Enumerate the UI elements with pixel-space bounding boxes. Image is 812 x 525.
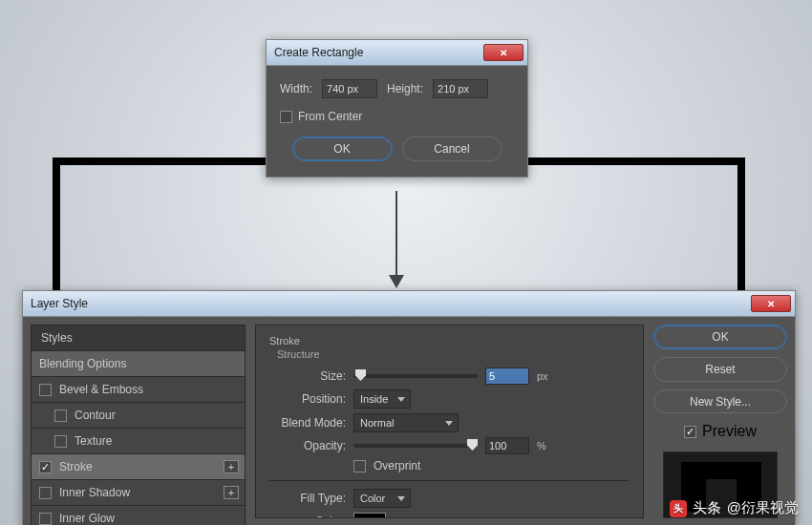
checkbox[interactable] <box>39 461 52 473</box>
from-center-label: From Center <box>298 110 362 123</box>
ok-button[interactable]: OK <box>653 325 787 349</box>
checkbox[interactable] <box>39 384 52 396</box>
style-item-inner-shadow[interactable]: Inner Shadow+ <box>31 480 246 506</box>
close-icon[interactable]: ✕ <box>751 295 791 312</box>
size-unit: px <box>537 370 548 382</box>
overprint-label: Overprint <box>374 459 420 472</box>
width-label: Width: <box>280 82 312 95</box>
titlebar[interactable]: Layer Style ✕ <box>23 291 795 317</box>
reset-button[interactable]: Reset <box>653 357 787 382</box>
style-item-texture[interactable]: Texture <box>31 429 246 454</box>
opacity-input[interactable] <box>485 437 529 454</box>
opacity-unit: % <box>537 440 546 452</box>
styles-header: Styles <box>31 325 246 351</box>
styles-list: Styles Blending Options Bevel & Emboss C… <box>31 325 246 518</box>
from-center-checkbox[interactable] <box>280 111 292 123</box>
watermark-handle: @衍果视觉 <box>727 499 799 517</box>
style-item-blending[interactable]: Blending Options <box>31 351 246 377</box>
watermark: 头 头条 @衍果视觉 <box>670 499 799 517</box>
new-style-button[interactable]: New Style... <box>653 389 787 414</box>
cancel-button[interactable]: Cancel <box>402 136 502 161</box>
titlebar[interactable]: Create Rectangle ✕ <box>267 40 527 66</box>
color-swatch[interactable] <box>353 513 386 518</box>
watermark-logo-icon: 头 <box>670 500 687 517</box>
position-select[interactable]: Inside <box>353 389 411 409</box>
color-label: Color: <box>269 514 346 518</box>
add-icon[interactable]: + <box>224 460 239 473</box>
overprint-checkbox[interactable] <box>353 460 366 472</box>
preview-label: Preview <box>702 423 757 440</box>
stroke-settings-panel: Stroke Structure Size: px Position: Insi… <box>255 325 644 518</box>
dialog-title: Create Rectangle <box>274 46 363 59</box>
create-rectangle-dialog: Create Rectangle ✕ Width: Height: From C… <box>266 39 528 178</box>
style-item-contour[interactable]: Contour <box>31 403 246 429</box>
blend-mode-label: Blend Mode: <box>269 416 346 430</box>
divider <box>269 480 630 481</box>
structure-label: Structure <box>277 348 630 360</box>
height-label: Height: <box>387 82 423 95</box>
watermark-prefix: 头条 <box>693 499 721 517</box>
size-label: Size: <box>269 369 346 383</box>
checkbox[interactable] <box>39 513 52 525</box>
preview-checkbox[interactable] <box>684 426 696 438</box>
height-input[interactable] <box>433 79 488 98</box>
checkbox[interactable] <box>39 487 52 499</box>
group-title: Stroke <box>269 335 630 346</box>
width-input[interactable] <box>322 79 377 98</box>
size-slider[interactable] <box>353 374 478 378</box>
style-item-inner-glow[interactable]: Inner Glow <box>31 506 246 525</box>
size-input[interactable] <box>485 368 529 385</box>
style-item-bevel[interactable]: Bevel & Emboss <box>31 377 246 403</box>
position-label: Position: <box>269 392 346 406</box>
add-icon[interactable]: + <box>224 486 239 499</box>
checkbox[interactable] <box>54 410 67 422</box>
blend-mode-select[interactable]: Normal <box>353 413 459 432</box>
fill-type-label: Fill Type: <box>269 492 346 505</box>
checkbox[interactable] <box>54 435 67 448</box>
ok-button[interactable]: OK <box>292 136 393 161</box>
opacity-slider[interactable] <box>353 444 478 448</box>
style-item-stroke[interactable]: Stroke+ <box>31 454 246 480</box>
layer-style-dialog: Layer Style ✕ Styles Blending Options Be… <box>22 290 796 525</box>
fill-type-select[interactable]: Color <box>353 489 411 508</box>
close-icon[interactable]: ✕ <box>483 44 524 61</box>
flow-arrow <box>395 191 397 286</box>
dialog-title: Layer Style <box>31 297 88 310</box>
opacity-label: Opacity: <box>269 439 346 452</box>
dialog-buttons: OK Reset New Style... Preview <box>653 325 787 518</box>
